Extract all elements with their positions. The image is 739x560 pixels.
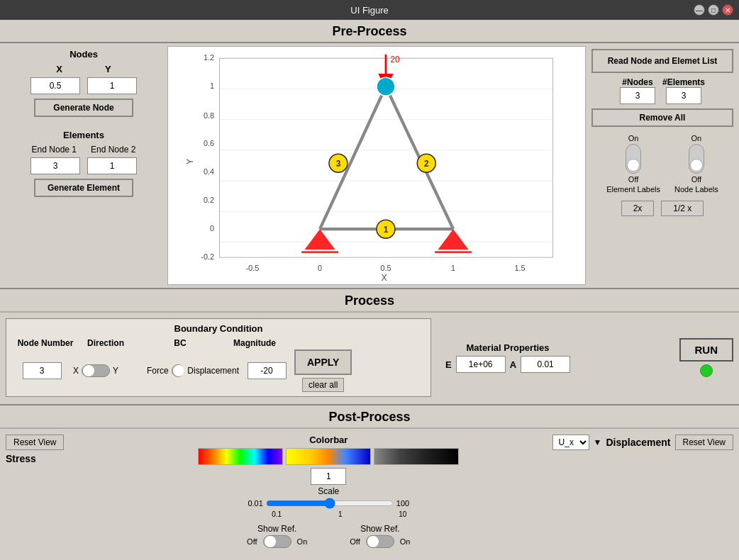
- show-ref1-label: Show Ref.: [257, 524, 296, 534]
- y-input[interactable]: [87, 77, 137, 94]
- elements-box: Elements End Node 1 End Node 2 Generate …: [6, 130, 162, 197]
- svg-text:1: 1: [384, 225, 389, 235]
- x-label: X: [56, 64, 62, 74]
- a-label: A: [510, 359, 516, 370]
- scale-row: Scale 0.01 100 0.1 1 10: [248, 468, 409, 518]
- scale-tick-001: 0.01: [248, 499, 262, 508]
- left-panel: Nodes X Y Generate Node Elements End Nod…: [6, 46, 162, 285]
- material-values-row: E A: [445, 356, 570, 373]
- svg-text:0.5: 0.5: [380, 264, 391, 272]
- y-dir-label: Y: [113, 366, 118, 376]
- element-labels-toggle[interactable]: [626, 144, 641, 174]
- magnitude-input[interactable]: [248, 362, 287, 379]
- preprocess-section: Nodes X Y Generate Node Elements End Nod…: [0, 43, 739, 288]
- show-ref-2: Show Ref. Off On: [350, 524, 410, 548]
- show-ref1-toggle-row: Off On: [247, 535, 307, 548]
- show-ref2-toggle[interactable]: [366, 535, 394, 548]
- close-button[interactable]: ✕: [722, 4, 733, 16]
- zoom-half-button[interactable]: 1/2 x: [661, 201, 704, 216]
- svg-text:0.4: 0.4: [204, 167, 214, 176]
- nodes-count-col: #Nodes: [620, 77, 655, 104]
- e-input[interactable]: [456, 356, 506, 373]
- scale-tick-100: 100: [396, 499, 409, 508]
- preprocess-header: Pre-Process: [0, 20, 739, 42]
- svg-rect-0: [177, 47, 576, 284]
- a-input[interactable]: [521, 356, 570, 373]
- show-ref2-knob: [367, 536, 379, 547]
- node-on-label: On: [691, 134, 702, 142]
- colorbar-dark: [374, 448, 459, 465]
- element-labels-toggle-col: On Off Element Labels: [606, 134, 660, 194]
- svg-text:-0.2: -0.2: [201, 252, 214, 261]
- plot-area: 1.2 1 0.8 0.6 0.4 0.2 0 -0.2 Y -0.5 0 0.…: [167, 46, 586, 285]
- show-ref-row: Show Ref. Off On Show Ref. Off: [247, 524, 410, 548]
- svg-text:2: 2: [424, 159, 429, 169]
- reset-view-button-1[interactable]: Reset View: [6, 435, 64, 450]
- zoom-row: 2x 1/2 x: [591, 201, 733, 216]
- svg-text:1.5: 1.5: [515, 264, 526, 272]
- post-main-row: Reset View Stress Colorbar Scale 0.01 10: [6, 435, 733, 548]
- colorbar-title: Colorbar: [309, 435, 348, 445]
- bc-type-toggle[interactable]: [172, 364, 185, 377]
- nodes-title: Nodes: [6, 49, 162, 60]
- reset-view-button-2[interactable]: Reset View: [675, 435, 733, 450]
- y-label: Y: [105, 64, 111, 74]
- element-on-label: On: [628, 134, 639, 142]
- label-toggles-row: On Off Element Labels On Off Node Labels: [591, 134, 733, 194]
- x-input[interactable]: [30, 77, 80, 94]
- end-node2-label: End Node 2: [91, 145, 135, 155]
- element-toggle-knob: [627, 159, 640, 172]
- window-title: UI Figure: [350, 5, 388, 16]
- apply-col: APPLY clear all: [294, 349, 352, 392]
- displacement-select[interactable]: U_x U_y: [552, 435, 589, 450]
- svg-text:0: 0: [318, 264, 322, 272]
- process-section: Boundary Condition Node Number Direction…: [0, 315, 739, 400]
- scale-slider[interactable]: [266, 498, 394, 509]
- remove-all-button[interactable]: Remove All: [591, 108, 733, 127]
- process-header: Process: [0, 289, 739, 311]
- direction-label: Direction: [77, 338, 134, 348]
- bc-title: Boundary Condition: [13, 323, 423, 334]
- xy-direction-toggle[interactable]: [82, 364, 110, 377]
- elements-count-label: #Elements: [662, 77, 705, 87]
- node-number-input[interactable]: [23, 362, 62, 379]
- minimize-button[interactable]: —: [694, 4, 705, 16]
- svg-text:20: 20: [390, 55, 400, 65]
- material-title: Material Properties: [445, 342, 570, 353]
- nodes-count-value[interactable]: [620, 87, 655, 104]
- svg-text:0.8: 0.8: [204, 111, 214, 120]
- generate-element-button[interactable]: Generate Element: [34, 179, 133, 197]
- node-labels-toggle-col: On Off Node Labels: [674, 134, 718, 194]
- end-node2-input[interactable]: [87, 157, 137, 174]
- read-node-element-button[interactable]: Read Node and Elemet List: [591, 49, 733, 73]
- svg-text:0.2: 0.2: [204, 196, 214, 204]
- svg-text:X: X: [382, 273, 387, 283]
- bc-label: BC: [134, 338, 226, 348]
- elements-count-value[interactable]: [666, 87, 701, 104]
- node-labels-toggle[interactable]: [689, 144, 704, 174]
- nodes-count-label: #Nodes: [620, 77, 655, 87]
- run-area: RUN: [679, 338, 734, 377]
- colorbar-yellow-blue: [286, 448, 371, 465]
- scale-ticks-row: 0.1 1 10: [250, 510, 406, 518]
- end-node1-input[interactable]: [30, 157, 80, 174]
- material-properties: Material Properties E A: [445, 342, 570, 373]
- node-toggle-knob: [690, 159, 703, 172]
- generate-node-button[interactable]: Generate Node: [34, 99, 133, 117]
- xy-toggle-knob: [83, 365, 94, 376]
- colorbar-rainbow: [198, 448, 283, 465]
- boundary-condition-box: Boundary Condition Node Number Direction…: [6, 318, 431, 397]
- svg-text:-0.5: -0.5: [246, 264, 260, 272]
- apply-button[interactable]: APPLY: [294, 349, 352, 375]
- zoom-2x-button[interactable]: 2x: [621, 201, 655, 216]
- displacement-label: Displacement: [606, 437, 670, 448]
- postprocess-section: Reset View Stress Colorbar Scale 0.01 10: [0, 432, 739, 551]
- maximize-button[interactable]: □: [708, 4, 719, 16]
- bc-type-toggle-knob: [173, 365, 184, 376]
- show-ref1-toggle[interactable]: [263, 535, 291, 548]
- run-button[interactable]: RUN: [679, 338, 734, 362]
- node-labels-text: Node Labels: [674, 185, 718, 194]
- scale-input[interactable]: [311, 468, 346, 485]
- clear-all-button[interactable]: clear all: [302, 378, 344, 392]
- element-labels-text: Element Labels: [606, 185, 660, 194]
